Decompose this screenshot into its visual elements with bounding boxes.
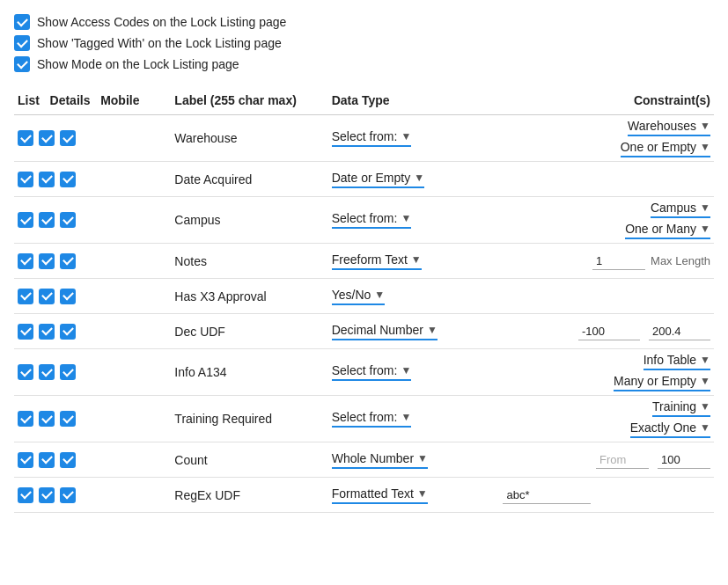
row-regex-constraints <box>499 478 714 513</box>
row-regex-label: RegEx UDF <box>171 478 327 513</box>
row-notes-maxlength-input[interactable] <box>592 252 645 270</box>
row-info-datatype-select[interactable]: Select from: ▼ <box>332 363 412 381</box>
row-info-mobile-cb[interactable] <box>60 364 76 380</box>
row-campus-c1-select[interactable]: Campus ▼ <box>651 201 710 218</box>
row-campus-constraint-group: Campus ▼ One or Many ▼ <box>503 201 710 239</box>
row-dec-datatype[interactable]: Decimal Number ▼ <box>328 314 500 349</box>
row-dec-list-cb[interactable] <box>18 324 33 340</box>
row-training-list-cb[interactable] <box>18 411 33 427</box>
row-warehouse-c1-row: Warehouses ▼ <box>628 119 710 136</box>
row-notes-list-cb[interactable] <box>18 253 33 269</box>
row-training-c2-arrow: ▼ <box>700 421 710 434</box>
row-dec-max-input[interactable] <box>649 323 710 340</box>
row-date-acquired-details-cb[interactable] <box>39 172 55 187</box>
row-training-constraint-group: Training ▼ Exactly One ▼ <box>503 399 710 438</box>
row-warehouse-datatype-arrow: ▼ <box>401 130 411 143</box>
cb-mode-label: Show Mode on the Lock Listing page <box>37 57 239 71</box>
row-info-list-cb[interactable] <box>18 364 33 380</box>
row-x3-mobile-cb[interactable] <box>60 289 76 304</box>
row-date-acquired-datatype[interactable]: Date or Empty ▼ <box>328 162 500 197</box>
row-notes-details-cb[interactable] <box>39 253 55 269</box>
row-campus-datatype-select[interactable]: Select from: ▼ <box>332 211 412 229</box>
row-date-acquired: Date Acquired Date or Empty ▼ <box>14 162 714 197</box>
row-campus-mobile-cb[interactable] <box>60 212 76 228</box>
row-campus-label: Campus <box>171 197 327 244</box>
row-date-acquired-list-cb[interactable] <box>18 172 33 187</box>
row-regex-datatype-select[interactable]: Formatted Text ▼ <box>332 486 428 504</box>
row-notes-datatype-select[interactable]: Freeform Text ▼ <box>332 252 422 270</box>
row-dec-constraints <box>499 314 714 349</box>
row-notes-maxlength-label: Max Length <box>651 254 710 267</box>
row-count-datatype-select[interactable]: Whole Number ▼ <box>332 451 428 469</box>
row-x3-datatype-select[interactable]: Yes/No ▼ <box>332 288 386 305</box>
row-warehouse-constraint-group: Warehouses ▼ One or Empty ▼ <box>503 119 710 157</box>
cb-tagged-label: Show 'Tagged With' on the Lock Listing p… <box>37 36 282 50</box>
row-training-constraints: Training ▼ Exactly One ▼ <box>499 396 714 442</box>
row-warehouse-mobile-cb[interactable] <box>60 130 76 146</box>
row-dec-checkboxes <box>18 324 167 340</box>
row-info-checkboxes <box>18 364 167 380</box>
cb-mode-checkbox[interactable] <box>14 56 30 72</box>
row-training-datatype[interactable]: Select from: ▼ <box>328 396 500 442</box>
row-regex-datatype[interactable]: Formatted Text ▼ <box>328 478 500 513</box>
row-count-datatype[interactable]: Whole Number ▼ <box>328 442 500 478</box>
row-info-c1-select[interactable]: Info Table ▼ <box>643 353 710 370</box>
row-dec-datatype-select[interactable]: Decimal Number ▼ <box>332 323 438 340</box>
row-count-details-cb[interactable] <box>39 452 55 468</box>
row-info: Info A134 Select from: ▼ Info Table ▼ Ma… <box>14 349 714 396</box>
row-x3-datatype-arrow: ▼ <box>374 289 385 301</box>
cb-access-checkbox[interactable] <box>14 14 30 30</box>
header-constraints: Constraint(s) <box>499 88 714 115</box>
row-x3-details-cb[interactable] <box>39 289 55 304</box>
row-campus-list-cb[interactable] <box>18 212 33 228</box>
row-dec-mobile-cb[interactable] <box>60 324 76 340</box>
row-count-constraints: From <box>499 442 714 478</box>
row-x3-datatype[interactable]: Yes/No ▼ <box>328 279 500 314</box>
cb-tagged-checkbox[interactable] <box>14 35 30 51</box>
row-regex-mobile-cb[interactable] <box>60 487 76 503</box>
row-warehouse-datatype-select[interactable]: Select from: ▼ <box>332 129 412 147</box>
row-date-acquired-datatype-arrow: ▼ <box>414 172 424 184</box>
row-campus-c2-select[interactable]: One or Many ▼ <box>625 222 710 239</box>
row-training-c1-arrow: ▼ <box>700 400 710 413</box>
row-info-datatype-arrow: ▼ <box>401 364 411 377</box>
row-notes-mobile-cb[interactable] <box>60 253 76 269</box>
row-training-datatype-select[interactable]: Select from: ▼ <box>332 410 412 428</box>
row-campus-c1-arrow: ▼ <box>700 201 710 214</box>
fields-table: List Details Mobile Label (255 char max)… <box>14 88 714 513</box>
row-campus-datatype[interactable]: Select from: ▼ <box>328 197 500 244</box>
row-date-acquired-datatype-select[interactable]: Date or Empty ▼ <box>332 171 424 188</box>
row-training-details-cb[interactable] <box>39 411 55 427</box>
row-info-constraint-group: Info Table ▼ Many or Empty ▼ <box>503 353 710 391</box>
row-notes-datatype[interactable]: Freeform Text ▼ <box>328 244 500 279</box>
row-info-details-cb[interactable] <box>39 364 55 380</box>
row-warehouse-list-cb[interactable] <box>18 130 33 146</box>
row-campus-details-cb[interactable] <box>39 212 55 228</box>
row-warehouse-datatype[interactable]: Select from: ▼ <box>328 115 500 162</box>
row-training-label: Training Required <box>171 396 327 442</box>
row-regex-details-cb[interactable] <box>39 487 55 503</box>
row-count-list-cb[interactable] <box>18 452 33 468</box>
row-warehouse-c2-select[interactable]: One or Empty ▼ <box>621 140 710 157</box>
row-info-c2-select[interactable]: Many or Empty ▼ <box>614 374 710 391</box>
row-count-to-input[interactable] <box>658 451 710 469</box>
row-regex-regex-input[interactable] <box>503 486 591 504</box>
row-training-c1-select[interactable]: Training ▼ <box>652 399 710 417</box>
row-warehouse-c1-select[interactable]: Warehouses ▼ <box>628 119 710 136</box>
row-count-mobile-cb[interactable] <box>60 452 76 468</box>
row-info-datatype[interactable]: Select from: ▼ <box>328 349 500 396</box>
row-regex-regex-group <box>503 486 710 504</box>
row-dec-details-cb[interactable] <box>39 324 55 340</box>
row-training-mobile-cb[interactable] <box>60 411 76 427</box>
row-dec-min-input[interactable] <box>578 323 640 340</box>
cb-tagged-row: Show 'Tagged With' on the Lock Listing p… <box>14 35 714 51</box>
row-training-c2-select[interactable]: Exactly One ▼ <box>630 420 710 438</box>
row-warehouse-c1-arrow: ▼ <box>700 120 710 132</box>
row-date-acquired-mobile-cb[interactable] <box>60 172 76 187</box>
row-regex-list-cb[interactable] <box>18 487 33 503</box>
row-warehouse-details-cb[interactable] <box>39 130 55 146</box>
row-notes: Notes Freeform Text ▼ Max Length <box>14 244 714 279</box>
row-training-c1-row: Training ▼ <box>652 399 710 417</box>
row-x3-list-cb[interactable] <box>18 289 33 304</box>
row-count-label: Count <box>171 442 327 478</box>
